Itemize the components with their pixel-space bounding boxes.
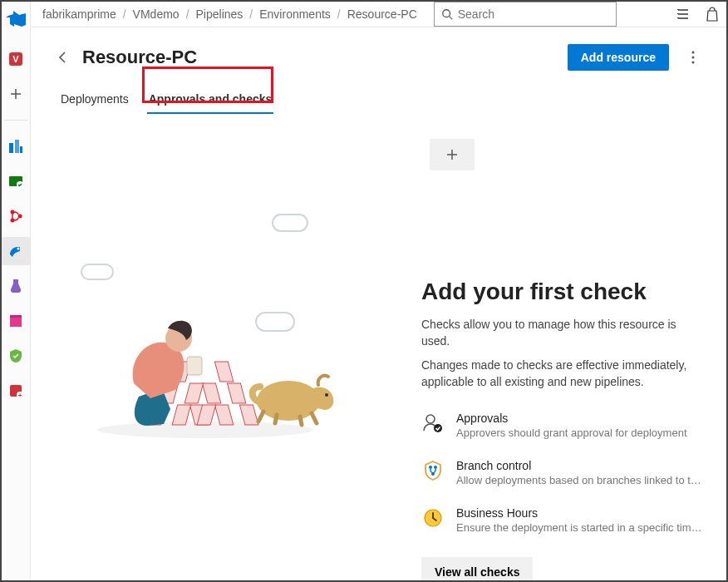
svg-rect-30 xyxy=(227,383,245,403)
svg-rect-2 xyxy=(9,143,13,153)
svg-point-17 xyxy=(692,52,695,54)
search-icon xyxy=(441,8,453,20)
nav-boards[interactable] xyxy=(2,132,30,160)
back-arrow-icon[interactable] xyxy=(56,50,71,65)
check-name: Approvals xyxy=(456,412,687,425)
svg-rect-12 xyxy=(10,315,22,318)
azure-devops-logo[interactable] xyxy=(6,10,26,30)
branch-icon xyxy=(421,459,445,482)
svg-point-18 xyxy=(692,57,695,59)
check-list: Approvals Approvers should grant approva… xyxy=(421,412,706,534)
crumb-sep: / xyxy=(123,7,126,21)
tabs: Deployments Approvals and checks xyxy=(56,87,273,114)
shopping-bag-icon[interactable] xyxy=(706,7,719,22)
check-item-branch[interactable]: Branch control Allow deployments based o… xyxy=(421,459,706,486)
nav-artifacts[interactable] xyxy=(2,307,30,335)
view-all-checks-button[interactable]: View all checks xyxy=(421,557,533,582)
svg-point-36 xyxy=(325,393,328,397)
search-box[interactable] xyxy=(434,2,617,27)
add-check-button[interactable] xyxy=(430,139,475,170)
nav-pipelines[interactable] xyxy=(2,237,30,265)
svg-rect-11 xyxy=(10,318,22,327)
svg-point-8 xyxy=(11,219,15,223)
breadcrumb: fabrikamprime / VMdemo / Pipelines / Env… xyxy=(42,7,417,21)
empty-state-desc-1: Checks allow you to manage how this reso… xyxy=(421,317,706,349)
svg-point-9 xyxy=(18,215,22,219)
nav-separator xyxy=(4,120,27,121)
svg-rect-4 xyxy=(20,146,22,153)
empty-state-desc-2: Changes made to checks are effective imm… xyxy=(421,358,706,390)
svg-rect-34 xyxy=(187,357,202,375)
plus-icon xyxy=(445,148,459,161)
crumb-section[interactable]: Environments xyxy=(259,7,331,21)
nav-wiki[interactable]: + xyxy=(2,377,30,405)
crumb-project[interactable]: VMdemo xyxy=(133,7,180,21)
approvals-icon xyxy=(421,412,445,435)
check-desc: Allow deployments based on branches link… xyxy=(456,474,706,486)
svg-rect-32 xyxy=(214,362,233,382)
crumb-org[interactable]: fabrikamprime xyxy=(42,7,116,21)
svg-point-39 xyxy=(429,466,432,469)
nav-test-plans[interactable] xyxy=(2,272,30,300)
tab-deployments[interactable]: Deployments xyxy=(59,87,130,114)
svg-point-16 xyxy=(443,10,450,17)
nav-repos[interactable] xyxy=(2,167,30,195)
filter-icon[interactable] xyxy=(676,7,691,22)
check-name: Business Hours xyxy=(456,506,706,520)
search-input[interactable] xyxy=(458,7,609,21)
clock-icon xyxy=(421,506,445,530)
nav-compliance[interactable] xyxy=(2,342,30,370)
topbar: fabrikamprime / VMdemo / Pipelines / Env… xyxy=(31,2,728,27)
empty-state-title: Add your first check xyxy=(421,279,706,305)
check-item-hours[interactable]: Business Hours Ensure the deployment is … xyxy=(421,506,706,534)
check-name: Branch control xyxy=(456,459,706,472)
svg-rect-28 xyxy=(202,383,220,403)
nav-project[interactable]: V xyxy=(2,45,30,73)
svg-point-7 xyxy=(11,210,15,215)
svg-rect-29 xyxy=(184,383,203,403)
illustration xyxy=(81,131,405,582)
more-options-icon[interactable] xyxy=(681,45,706,70)
svg-point-38 xyxy=(434,424,442,432)
check-item-approvals[interactable]: Approvals Approvers should grant approva… xyxy=(421,412,706,439)
svg-rect-3 xyxy=(15,140,19,153)
tab-approvals-checks[interactable]: Approvals and checks xyxy=(147,87,274,114)
check-desc: Approvers should grant approval for depl… xyxy=(456,427,687,439)
svg-point-37 xyxy=(426,415,435,423)
check-desc: Ensure the deployment is started in a sp… xyxy=(456,521,706,534)
page-title: Resource-PC xyxy=(82,47,197,68)
nav-add[interactable] xyxy=(2,80,30,108)
crumb-area[interactable]: Pipelines xyxy=(196,7,243,21)
page-header: Resource-PC Add resource xyxy=(56,44,706,71)
nav-pipelines-release[interactable] xyxy=(2,202,30,230)
add-resource-button[interactable]: Add resource xyxy=(568,44,669,71)
svg-point-40 xyxy=(434,466,437,469)
svg-point-19 xyxy=(692,62,695,64)
svg-point-10 xyxy=(17,248,20,250)
svg-rect-26 xyxy=(239,405,258,425)
nav-rail: V + xyxy=(2,2,31,580)
svg-text:+: + xyxy=(18,392,22,399)
svg-text:V: V xyxy=(12,54,19,64)
crumb-current[interactable]: Resource-PC xyxy=(347,7,417,21)
